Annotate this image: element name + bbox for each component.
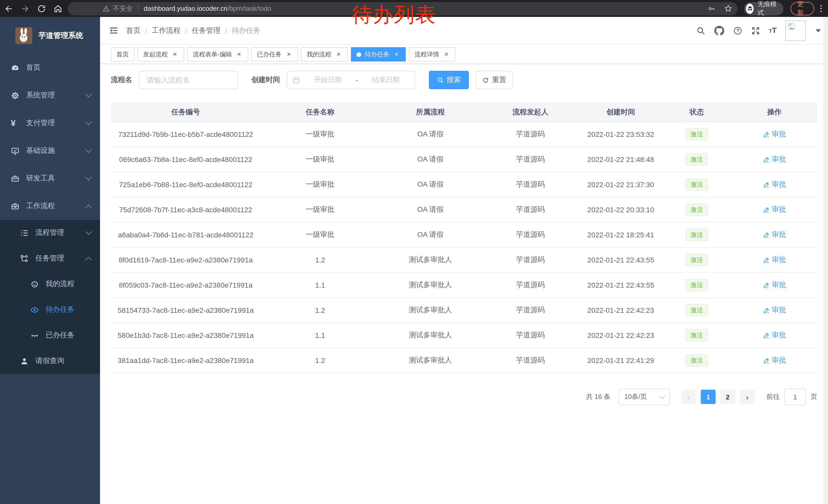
prev-page-button[interactable]: ‹ (681, 390, 696, 404)
sidebar-item-11[interactable]: 请假查询 (0, 348, 100, 374)
close-icon[interactable]: × (443, 51, 450, 58)
reset-button[interactable]: 重置 (475, 71, 513, 89)
yen-icon: ¥ (11, 119, 19, 127)
incognito-icon (746, 3, 754, 13)
help-icon[interactable] (733, 26, 742, 35)
page-unit-label: 页 (811, 392, 817, 402)
menu-dots-icon[interactable] (818, 4, 824, 13)
close-icon[interactable]: × (393, 51, 400, 58)
approve-link[interactable]: 审批 (762, 255, 786, 264)
breadcrumb-task-mgmt[interactable]: 任务管理 (192, 26, 220, 35)
list-icon (20, 228, 29, 237)
chevron-down-icon (85, 228, 92, 235)
approve-link[interactable]: 审批 (762, 356, 786, 365)
cell-initiator: 芋道源码 (481, 255, 580, 265)
approve-link[interactable]: 审批 (762, 330, 786, 340)
tab-2[interactable]: 流程表单-编辑× (187, 47, 248, 61)
cell-task-name: 一级审批 (261, 155, 380, 164)
avatar[interactable] (785, 20, 806, 41)
date-range-picker[interactable]: 开始日期 - 结束日期 (287, 71, 415, 89)
sidebar-item-8[interactable]: 我的流程 (0, 271, 100, 297)
chevron-up-icon (85, 204, 92, 211)
approve-link[interactable]: 审批 (762, 305, 786, 315)
tab-4[interactable]: 我的流程× (301, 47, 348, 61)
cell-task-id: 069c6a63-7b8a-11ec-8ef0-acde48001122 (111, 155, 261, 164)
app-logo-row[interactable]: 芋道管理系统 (0, 17, 100, 54)
range-separator: - (356, 76, 358, 84)
breadcrumb-workflow[interactable]: 工作流程 (152, 26, 180, 35)
key-icon[interactable] (707, 4, 716, 12)
sidebar-item-2[interactable]: ¥支付管理 (0, 109, 100, 137)
sidebar-item-4[interactable]: 研发工具 (0, 165, 100, 192)
cell-task-name: 一级审批 (261, 230, 380, 239)
tab-1[interactable]: 发起流程× (137, 47, 184, 61)
forward-icon[interactable] (20, 4, 30, 13)
cell-action: 审批 (732, 255, 817, 265)
pencil-icon (762, 281, 770, 288)
tab-3[interactable]: 已办任务× (251, 47, 298, 61)
page-size-select[interactable]: 10条/页 (619, 388, 670, 405)
approve-link[interactable]: 审批 (762, 230, 786, 239)
cell-create-time: 2022-01-21 22:43:55 (580, 281, 662, 289)
cell-action: 审批 (732, 154, 817, 164)
sidebar-item-1[interactable]: 系统管理 (0, 82, 100, 109)
omnibox-actions (707, 4, 733, 13)
search-icon[interactable] (696, 26, 705, 35)
tab-0[interactable]: 首页 (111, 47, 134, 61)
process-name-input[interactable] (146, 75, 232, 85)
sidebar-item-7[interactable]: 任务管理 (0, 245, 100, 271)
approve-link[interactable]: 审批 (762, 205, 786, 214)
main-panel: 首页 / 工作流程 / 任务管理 / 待办任务 TT (100, 17, 828, 504)
pencil-icon (762, 306, 770, 314)
tab-5[interactable]: 待办任务× (351, 47, 406, 61)
dashboard-icon (11, 63, 19, 72)
home-icon[interactable] (53, 4, 63, 13)
breadcrumb-home[interactable]: 首页 (126, 26, 140, 35)
github-icon[interactable] (714, 26, 724, 36)
update-button[interactable]: 更新 (791, 2, 814, 15)
font-size-icon[interactable]: TT (769, 26, 777, 36)
close-icon[interactable]: × (285, 51, 292, 58)
user-icon (20, 357, 29, 365)
sidebar-item-10[interactable]: 已办任务 (0, 322, 100, 348)
scrollbar[interactable] (823, 17, 828, 504)
search-icon (437, 77, 444, 83)
goto-page-input[interactable] (784, 388, 806, 405)
search-button[interactable]: 搜索 (429, 71, 469, 89)
cell-task-name: 1.2 (261, 256, 380, 264)
page-button-1[interactable]: 1 (701, 390, 716, 404)
pencil-icon (762, 357, 770, 364)
cell-process: 测试多审批人 (380, 306, 481, 315)
hamburger-collapse-icon[interactable] (109, 26, 119, 35)
chevron-down-icon[interactable] (816, 29, 821, 32)
approve-link[interactable]: 审批 (762, 154, 786, 164)
breadcrumb-separator: / (225, 27, 227, 35)
approve-link[interactable]: 审批 (762, 180, 786, 189)
approve-link[interactable]: 审批 (762, 130, 786, 139)
cell-process: 测试多审批人 (380, 356, 481, 365)
star-icon[interactable] (724, 4, 733, 13)
tab-6[interactable]: 流程详情× (409, 47, 456, 61)
pencil-icon (762, 131, 770, 138)
sidebar-item-9[interactable]: 待办任务 (0, 297, 100, 322)
next-page-button[interactable]: › (740, 390, 755, 404)
cell-create-time: 2022-01-22 23:53:32 (580, 130, 662, 138)
fullscreen-icon[interactable] (751, 26, 760, 35)
sidebar-item-5[interactable]: 工作流程 (0, 192, 100, 220)
eye-icon (30, 305, 39, 314)
sidebar-item-6[interactable]: 流程管理 (0, 220, 100, 245)
back-icon[interactable] (4, 4, 13, 13)
reload-icon[interactable] (37, 4, 46, 13)
close-icon[interactable]: × (335, 51, 342, 58)
close-icon[interactable]: × (236, 51, 243, 58)
sidebar-item-0[interactable]: 首页 (0, 54, 100, 82)
pencil-icon (762, 256, 770, 263)
close-icon[interactable]: × (171, 51, 178, 58)
refresh-icon (482, 77, 489, 83)
approve-link[interactable]: 审批 (762, 280, 786, 289)
cell-create-time: 2022-01-21 22:43:55 (580, 256, 662, 264)
page-button-2[interactable]: 2 (720, 390, 735, 404)
sidebar-item-3[interactable]: 基础设施 (0, 137, 100, 165)
cell-process: 测试多审批人 (380, 331, 481, 340)
site-security-chip[interactable]: 不安全 (102, 4, 133, 13)
